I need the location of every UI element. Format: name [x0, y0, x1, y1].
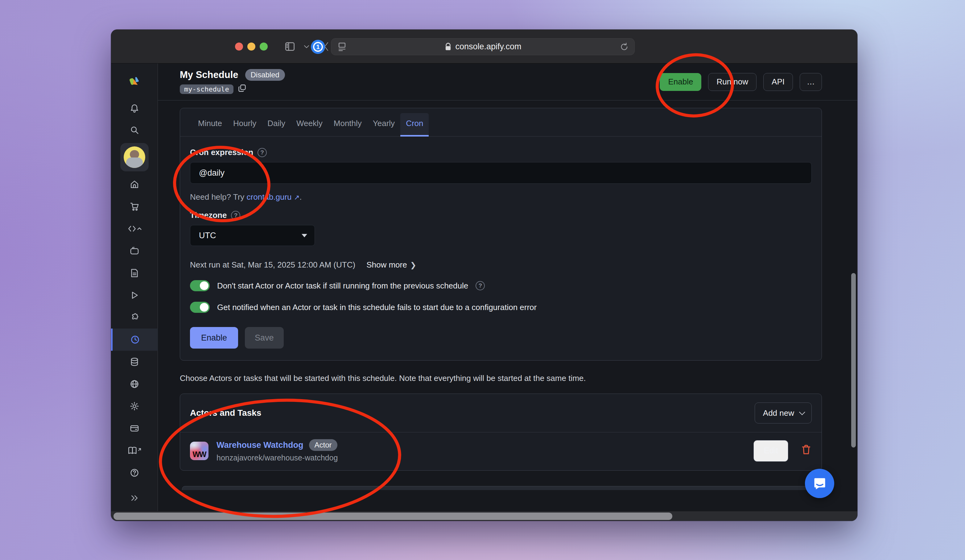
- save-button[interactable]: Save: [245, 327, 284, 349]
- horizontal-scrollbar-thumb[interactable]: [113, 513, 672, 520]
- tab-yearly[interactable]: Yearly: [367, 113, 400, 137]
- actor-type-badge: Actor: [309, 439, 337, 451]
- api-button[interactable]: API: [763, 73, 793, 91]
- chevron-right-icon: ❯: [410, 261, 416, 269]
- trash-icon[interactable]: [801, 444, 812, 458]
- actors-icon[interactable]: [111, 240, 158, 262]
- next-section-sliver: [182, 486, 819, 490]
- store-cart-icon[interactable]: [111, 195, 158, 217]
- external-link-icon: ↗: [294, 194, 299, 201]
- cron-help-line: Need help? Try crontab.guru ↗.: [190, 192, 812, 202]
- page-format-icon[interactable]: [337, 39, 347, 55]
- integrations-puzzle-icon[interactable]: [111, 306, 158, 328]
- actor-handle: honzajavorek/warehouse-watchdog: [216, 453, 338, 462]
- lock-icon: [445, 42, 451, 51]
- chevron-down-icon: [799, 409, 805, 415]
- status-badge: Disabled: [245, 69, 285, 81]
- apify-logo[interactable]: [111, 66, 158, 97]
- enable-button-header[interactable]: Enable: [660, 73, 701, 91]
- schedule-id-pill: my-schedule: [180, 85, 234, 94]
- edit-button[interactable]: Edit: [754, 440, 788, 462]
- copy-icon[interactable]: [238, 84, 246, 95]
- help-prefix-text: Need help? Try: [190, 192, 247, 202]
- run-now-button[interactable]: Run now: [708, 73, 757, 91]
- vertical-scrollbar-thumb[interactable]: [851, 273, 856, 447]
- address-bar[interactable]: console.apify.com: [331, 38, 635, 55]
- chevron-down-icon[interactable]: [302, 39, 311, 54]
- more-actions-button[interactable]: …: [800, 73, 822, 91]
- expand-sidebar-icon[interactable]: [111, 487, 158, 509]
- actor-name-link[interactable]: Warehouse Watchdog: [216, 441, 303, 450]
- development-code-icon[interactable]: [111, 217, 158, 240]
- actors-tasks-heading: Actors and Tasks: [190, 408, 261, 418]
- billing-card-icon[interactable]: [111, 417, 158, 439]
- show-more-link[interactable]: Show more ❯: [366, 260, 416, 270]
- page-header: My Schedule Disabled my-schedule Enable …: [158, 64, 857, 100]
- app-sidebar: [111, 64, 158, 511]
- dont-start-label: Don't start Actor or Actor task if still…: [217, 281, 468, 291]
- reload-icon[interactable]: [620, 39, 629, 55]
- help-icon[interactable]: [111, 462, 158, 484]
- cron-expression-input[interactable]: @daily: [190, 162, 812, 184]
- saved-tasks-icon[interactable]: [111, 262, 158, 284]
- browser-titlebar: 1 console.apify.com: [111, 29, 857, 64]
- crontab-guru-link[interactable]: crontab.guru: [247, 192, 292, 202]
- dont-start-toggle[interactable]: [190, 280, 210, 291]
- url-text: console.apify.com: [455, 42, 521, 51]
- enable-button-form[interactable]: Enable: [190, 327, 238, 349]
- minimize-window-button[interactable]: [247, 42, 255, 51]
- chat-widget-button[interactable]: [805, 469, 834, 498]
- schedules-clock-icon[interactable]: [111, 328, 158, 351]
- add-new-label: Add new: [763, 408, 794, 418]
- storage-database-icon[interactable]: [111, 351, 158, 373]
- tab-weekly[interactable]: Weekly: [291, 113, 328, 137]
- runs-play-icon[interactable]: [111, 284, 158, 306]
- proxy-globe-icon[interactable]: [111, 373, 158, 395]
- show-more-label: Show more: [366, 260, 407, 270]
- frequency-tabs: Minute Hourly Daily Weekly Monthly Yearl…: [180, 108, 822, 137]
- home-icon[interactable]: [111, 173, 158, 195]
- actor-avatar: WW: [190, 442, 208, 460]
- schedule-settings-card: Minute Hourly Daily Weekly Monthly Yearl…: [180, 108, 822, 361]
- cron-expression-label: Cron expression: [190, 148, 253, 157]
- page-title: My Schedule: [180, 69, 239, 80]
- tab-hourly[interactable]: Hourly: [227, 113, 262, 137]
- tab-daily[interactable]: Daily: [262, 113, 291, 137]
- timezone-select[interactable]: UTC: [190, 225, 315, 246]
- actor-row: WW Warehouse Watchdog Actor honzajavorek…: [180, 433, 822, 470]
- browser-window: 1 console.apify.com: [111, 29, 857, 521]
- notifications-bell-icon[interactable]: [111, 97, 158, 119]
- tab-cron[interactable]: Cron: [400, 113, 429, 137]
- zoom-window-button[interactable]: [260, 42, 268, 51]
- cron-help-icon[interactable]: ?: [257, 148, 267, 157]
- close-window-button[interactable]: [235, 42, 243, 51]
- search-icon[interactable]: [111, 119, 158, 141]
- sidebar-toggle-icon[interactable]: [283, 39, 297, 54]
- actors-tasks-card: Actors and Tasks Add new WW Warehouse Wa…: [180, 393, 822, 470]
- actors-description: Choose Actors or tasks that will be star…: [180, 374, 822, 383]
- timezone-help-icon[interactable]: ?: [231, 211, 240, 220]
- add-new-button[interactable]: Add new: [755, 403, 812, 423]
- timezone-label: Timezone: [190, 211, 227, 220]
- onepassword-extension-icon[interactable]: 1: [311, 40, 325, 54]
- next-run-text: Next run at Sat, Mar 15, 2025 12:00 AM (…: [190, 260, 355, 270]
- timezone-value: UTC: [199, 231, 216, 240]
- horizontal-scrollbar-track: [111, 511, 857, 521]
- dont-start-help-icon[interactable]: ?: [476, 281, 485, 290]
- tab-monthly[interactable]: Monthly: [328, 113, 367, 137]
- settings-gear-icon[interactable]: [111, 395, 158, 417]
- notify-toggle[interactable]: [190, 302, 210, 313]
- help-suffix-text: .: [299, 192, 302, 202]
- user-avatar[interactable]: [111, 141, 158, 173]
- chat-bubble-icon: [812, 476, 828, 491]
- notify-label: Get notified when an Actor or task in th…: [217, 303, 536, 312]
- tab-minute[interactable]: Minute: [193, 113, 227, 137]
- docs-book-icon[interactable]: [111, 439, 158, 462]
- page-scroll-area: Minute Hourly Daily Weekly Monthly Yearl…: [158, 100, 857, 511]
- select-caret-icon: [302, 234, 307, 237]
- main-content: My Schedule Disabled my-schedule Enable …: [158, 64, 857, 511]
